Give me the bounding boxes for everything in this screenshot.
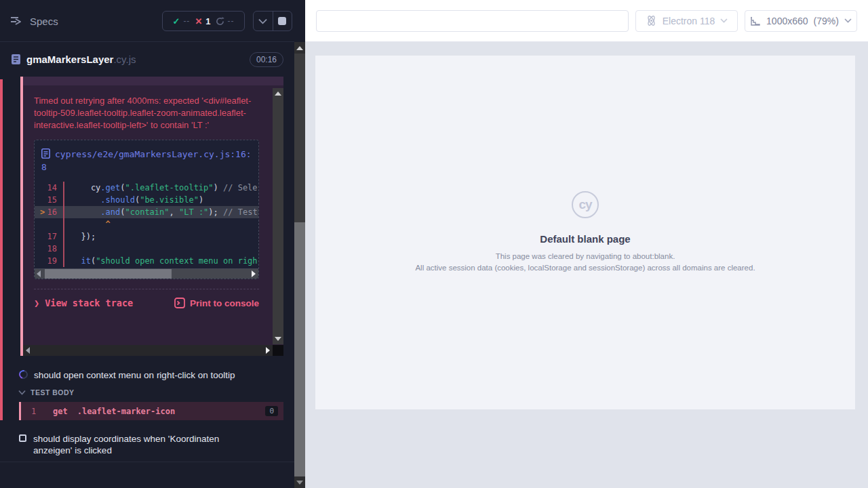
cypress-logo: cy	[572, 191, 599, 218]
spec-name: gmaMarkersLayer	[26, 54, 113, 65]
aut-stage: Electron 118 1000x660 (79%)	[305, 0, 868, 488]
error-separator	[34, 289, 259, 289]
scrollbar-corner	[273, 345, 283, 356]
scroll-right-icon[interactable]	[266, 347, 270, 354]
command-row[interactable]: 1 get .leaflet-marker-icon 0	[19, 402, 283, 420]
electron-icon	[646, 15, 657, 26]
error-actions: ❯ View stack trace Print to console	[34, 298, 259, 308]
code-line: ^	[35, 218, 258, 230]
failed-test-indicator-bar	[0, 79, 3, 420]
test-item-pending[interactable]: should display coordinates when 'Koordin…	[19, 433, 260, 456]
chevron-down-icon	[844, 18, 852, 23]
spec-file-icon	[11, 54, 21, 65]
code-line: 18	[35, 243, 258, 255]
pending-test-icon	[19, 434, 26, 442]
blank-page-submessage: All active session data (cookies, localS…	[415, 264, 755, 272]
list-separator	[0, 462, 294, 462]
scroll-down-icon	[296, 481, 303, 485]
error-panel-top	[23, 77, 283, 85]
scroll-up-button[interactable]	[294, 42, 305, 54]
stat-pending: --	[216, 16, 235, 26]
scroll-left-icon[interactable]	[26, 347, 30, 354]
spec-ext: .cy.js	[113, 54, 136, 65]
code-text: ^	[64, 218, 258, 230]
test-error-panel: Timed out retrying after 4000ms: expecte…	[20, 77, 283, 356]
spec-file-row[interactable]: gmaMarkersLayer.cy.js 00:16	[0, 43, 294, 76]
specs-list-toggle-icon[interactable]	[9, 16, 24, 27]
code-line: >16 .and("contain", "LT :"); // Test	[35, 206, 258, 218]
print-to-console-label: Print to console	[190, 298, 259, 308]
command-method: get	[53, 407, 68, 416]
line-number: 19	[35, 255, 64, 267]
blank-page-message: This page was cleared by navigating to a…	[496, 252, 675, 260]
error-horizontal-scrollbar[interactable]	[23, 345, 273, 356]
scroll-up-icon[interactable]	[275, 92, 281, 96]
command-args: .leaflet-marker-icon	[77, 407, 266, 416]
test-title: should display coordinates when 'Koordin…	[33, 433, 260, 456]
failed-count: 1	[205, 16, 210, 26]
stop-button[interactable]	[273, 12, 292, 30]
scroll-right-icon[interactable]	[252, 270, 256, 277]
run-stats: ✓ -- ✕ 1 --	[162, 11, 245, 31]
running-spinner-icon	[18, 369, 30, 381]
code-text: .should("be.visible")	[64, 194, 258, 206]
reporter-content: Specs ✓ -- ✕ 1 --	[0, 0, 294, 488]
reporter-scrollbar-thumb[interactable]	[294, 222, 305, 476]
test-body-section[interactable]: TEST BODY	[18, 388, 75, 396]
chevron-down-icon	[18, 390, 26, 395]
scroll-down-icon[interactable]	[275, 337, 281, 341]
browser-selector-button[interactable]: Electron 118	[635, 10, 738, 32]
reporter-vertical-scrollbar[interactable]	[294, 42, 305, 488]
view-stack-trace-button[interactable]: ❯ View stack trace	[34, 298, 133, 308]
view-stack-trace-label: View stack trace	[45, 298, 133, 308]
viewport-info-button[interactable]: 1000x660 (79%)	[745, 10, 857, 32]
code-horizontal-scrollbar[interactable]	[35, 268, 258, 279]
code-text: cy.get(".leaflet-tooltip") // Sele	[64, 182, 258, 194]
specs-label[interactable]: Specs	[30, 16, 58, 27]
line-number	[35, 218, 64, 230]
code-text: .and("contain", "LT :"); // Test	[64, 206, 258, 218]
test-title: should open context menu on right-click …	[34, 369, 235, 381]
code-snippet: 14 cy.get(".leaflet-tooltip") // Sele15 …	[35, 178, 258, 268]
aut-header: Electron 118 1000x660 (79%)	[305, 0, 868, 42]
code-line: 17 });	[35, 230, 258, 243]
scroll-left-icon[interactable]	[37, 270, 41, 277]
line-number: 14	[35, 182, 64, 194]
line-number: 17	[35, 230, 64, 243]
command-number: 1	[31, 407, 46, 416]
error-line-arrow-icon: >	[40, 206, 45, 218]
error-vertical-scrollbar[interactable]	[273, 88, 283, 344]
print-to-console-button[interactable]: Print to console	[174, 298, 259, 308]
file-icon	[41, 148, 50, 159]
code-text: });	[64, 230, 258, 243]
reporter-panel: Specs ✓ -- ✕ 1 --	[0, 0, 305, 488]
scroll-up-icon	[296, 46, 303, 50]
url-input[interactable]	[316, 10, 629, 32]
chevron-down-icon	[720, 18, 728, 23]
collapse-button[interactable]	[254, 12, 273, 30]
code-line: 19 it("should open context menu on righ	[35, 255, 258, 267]
stat-passed: ✓ --	[172, 16, 190, 26]
test-item-running[interactable]: should open context menu on right-click …	[19, 369, 281, 381]
reporter-header: Specs ✓ -- ✕ 1 --	[0, 0, 294, 42]
code-text: it("should open context menu on righ	[64, 255, 258, 267]
viewport-scale: (79%)	[814, 16, 839, 26]
command-count-badge: 0	[265, 406, 278, 416]
spec-timer: 00:16	[250, 52, 283, 67]
line-number: 16	[35, 206, 64, 218]
ruler-icon	[750, 16, 761, 26]
chevron-down-icon	[258, 18, 267, 24]
chevron-right-icon: ❯	[34, 298, 39, 308]
viewport-size: 1000x660	[766, 16, 808, 26]
code-line: 14 cy.get(".leaflet-tooltip") // Sele	[35, 182, 258, 194]
console-icon	[174, 298, 185, 308]
line-number: 18	[35, 243, 64, 255]
scroll-down-button[interactable]	[294, 476, 305, 488]
code-scrollbar-thumb[interactable]	[45, 269, 172, 279]
code-frame: cypress/e2e/gmaMarkersLayer.cy.js:16:8 1…	[34, 140, 259, 279]
error-file-link-text: cypress/e2e/gmaMarkersLayer.cy.js:16:8	[41, 149, 252, 172]
fail-icon: ✕	[195, 16, 202, 26]
error-file-link[interactable]: cypress/e2e/gmaMarkersLayer.cy.js:16:8	[35, 140, 258, 178]
pending-refresh-icon	[216, 17, 224, 26]
code-text	[64, 243, 258, 255]
